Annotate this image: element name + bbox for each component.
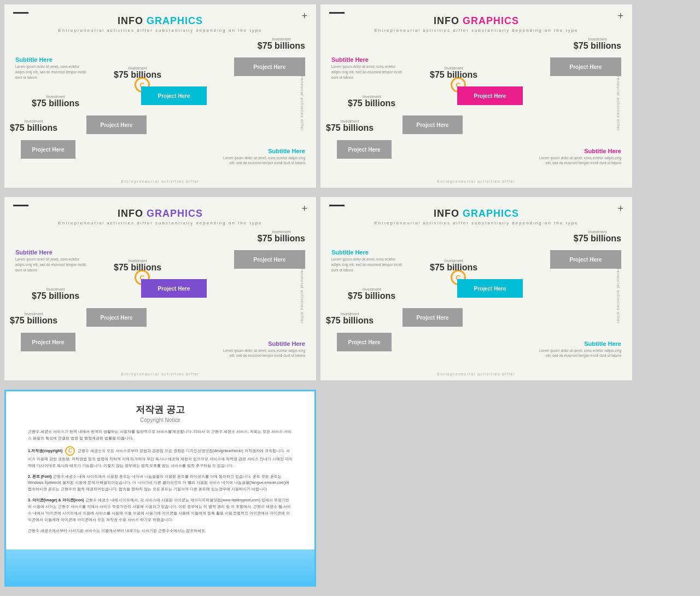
investment-block-4-2: Investment $75 billions <box>430 259 477 273</box>
project-btn-3-1[interactable]: Project Here <box>234 250 305 269</box>
investment-block-2-2: Investment $75 billions <box>430 66 477 80</box>
slide-1: + INFO GRAPHICS Entrepreneurial activiti… <box>4 4 316 188</box>
project-btn-2-1[interactable]: Project Here <box>550 57 621 76</box>
copyright-content: 저작권 공고 Copyright Notice 근현수 세공소 서비스가 한국 … <box>6 391 314 585</box>
investment-label-4: Investment <box>10 119 57 123</box>
project-btn-2[interactable]: Project Here <box>141 86 207 105</box>
subtitle-body-right-2: Lorem ipsum dolor sit amet, cons ectetur… <box>534 155 621 166</box>
copyright-closing: 근현수 세공소에서부터 사서기된 서비스는 이을에서부터 내려가는 사서기된 근… <box>28 528 293 534</box>
subtitle-body-left-3: Lorem ipsum dolor sit amet, cons ectetur… <box>15 257 86 273</box>
subtitle-body-left-2: Lorem ipsum dolor sit amet, cons ectetur… <box>331 64 402 80</box>
slide-title-2: INFO GRAPHICS <box>320 4 632 27</box>
inv-amount-2-4: $75 billions <box>326 123 374 133</box>
investment-label: Investment <box>258 37 305 41</box>
subtitle-heading-left-4: Subtitle Here <box>331 249 402 256</box>
project-btn-1[interactable]: Project Here <box>234 57 305 76</box>
slide-footer-4: Entrepreneurial activities differ <box>320 372 632 376</box>
copyright-c-logo: C <box>65 446 75 456</box>
copyright-section3-title: 3. 아이콘(image) & 아이콘(Icon) <box>28 498 84 502</box>
investment-block-2-1: Investment $75 billions <box>574 37 621 51</box>
project-btn-4-2[interactable]: Project Here <box>457 279 523 298</box>
investment-label-2: Investment <box>114 66 161 70</box>
info-text-2: INFO <box>434 15 463 26</box>
investment-block-3-1: Investment $75 billions <box>258 230 305 244</box>
copyright-section2-title: 2. 폰트 (Font) <box>28 475 52 478</box>
slide-content-3: Subtitle Here Lorem ipsum dolor sit amet… <box>15 227 305 369</box>
copyright-section1: 1.저작권(copyright) C 근현수 세공소의 모든 서비스로부터 문법… <box>28 446 293 469</box>
subtitle-right-1: Subtitle Here Lorem ipsum dolor sit amet… <box>218 148 305 166</box>
subtitle-body-right-3: Lorem ipsum dolor sit amet, cons ectetur… <box>218 348 305 359</box>
info-text: INFO <box>118 15 147 26</box>
subtitle-heading-right-3: Subtitle Here <box>218 340 305 347</box>
slide-2: + INFO GRAPHICS Entrepreneurial activiti… <box>320 4 632 188</box>
inv-label-2-1: Investment <box>574 37 621 41</box>
plus-icon-4: + <box>617 204 623 213</box>
investment-block-4-1: Investment $75 billions <box>574 230 621 244</box>
slide-footer-1: Entrepreneurial activities differ <box>4 180 316 183</box>
subtitle-heading-left: Subtitle Here <box>15 56 86 63</box>
copyright-section2-body: 근현수 세공소 내에 사이트에서 사용된 폰트는 네이버 나눔글꼴의 사용된 폰… <box>28 475 289 491</box>
empty-space <box>320 390 632 587</box>
inv-label-2-3: Investment <box>348 95 395 99</box>
inv-amount-2-3: $75 billions <box>348 99 395 108</box>
copyright-title-kr: 저작권 공고 <box>28 403 293 416</box>
subtitle-right-2: Subtitle Here Lorem ipsum dolor sit amet… <box>534 148 621 166</box>
project-btn-2-2[interactable]: Project Here <box>457 86 523 105</box>
graphics-text-3: GRAPHICS <box>147 208 203 219</box>
slide-title-1: INFO GRAPHICS <box>4 4 316 27</box>
slide-4: + INFO GRAPHICS Entrepreneurial activiti… <box>320 197 632 380</box>
investment-block-4-3: Investment $75 billions <box>348 287 395 301</box>
slide-footer-3: Entrepreneurial activities differ <box>4 372 316 376</box>
slide-content-4: Subtitle Here Lorem ipsum dolor sit amet… <box>331 227 621 369</box>
project-btn-3-3[interactable]: Project Here <box>86 308 147 327</box>
project-btn-3[interactable]: Project Here <box>86 115 147 134</box>
project-btn-3-4[interactable]: Project Here <box>21 333 75 351</box>
project-btn-4-3[interactable]: Project Here <box>402 308 463 327</box>
investment-block-1: Investment $75 billions <box>258 37 305 51</box>
slide-content-1: Subtitle Here Lorem ipsum dolor sit amet… <box>15 34 305 177</box>
investment-label-3: Investment <box>32 95 79 99</box>
investment-block-2-4: Investment $75 billions <box>326 119 374 133</box>
project-btn-3-2[interactable]: Project Here <box>141 279 207 298</box>
copyright-intro: 근현수 세공소 서비스가 한국 내에서 한국의 생활하는 사용자를 일반적으로 … <box>28 429 293 442</box>
project-btn-2-3[interactable]: Project Here <box>402 115 463 134</box>
copyright-section3: 3. 아이콘(image) & 아이콘(Icon) 근현수 세공소 내에 사이트… <box>28 497 293 523</box>
investment-amount: $75 billions <box>258 41 305 51</box>
subtitle-heading-right-4: Subtitle Here <box>534 340 621 347</box>
investment-block-2: Investment $75 billions <box>114 66 161 80</box>
investment-amount-4: $75 billions <box>10 123 57 133</box>
slide-subtitle-line: Entrepreneurial activities differ substa… <box>4 28 316 33</box>
inv-amount-2-1: $75 billions <box>574 41 621 51</box>
plus-icon-3: + <box>301 204 307 213</box>
subtitle-left-4: Subtitle Here Lorem ipsum dolor sit amet… <box>331 249 402 273</box>
copyright-section2: 2. 폰트 (Font) 근현수 세공소 내에 사이트에서 사용된 폰트는 네이… <box>28 473 293 493</box>
copyright-title-en: Copyright Notice <box>28 417 293 423</box>
subtitle-left-2: Subtitle Here Lorem ipsum dolor sit amet… <box>331 56 402 80</box>
subtitle-right-3: Subtitle Here Lorem ipsum dolor sit amet… <box>218 340 305 359</box>
graphics-text-4: GRAPHICS <box>463 208 519 219</box>
copyright-section1-title: 1.저작권(copyright) <box>28 449 62 453</box>
graphics-text-2: GRAPHICS <box>463 15 519 26</box>
investment-block-3-2: Investment $75 billions <box>114 259 161 273</box>
graphics-text: GRAPHICS <box>147 15 203 26</box>
inv-amount-2-2: $75 billions <box>430 70 477 80</box>
slide-subtitle-line-3: Entrepreneurial activities differ substa… <box>4 221 316 225</box>
investment-block-3: Investment $75 billions <box>32 95 79 108</box>
slide-3: + INFO GRAPHICS Entrepreneurial activiti… <box>4 197 316 380</box>
slide-subtitle-line-4: Entrepreneurial activities differ substa… <box>320 221 632 225</box>
inv-label-2-2: Investment <box>430 66 477 70</box>
copyright-panel: 저작권 공고 Copyright Notice 근현수 세공소 서비스가 한국 … <box>4 390 316 587</box>
subtitle-heading-right: Subtitle Here <box>218 148 305 154</box>
plus-icon: + <box>301 11 307 21</box>
project-btn-4-1[interactable]: Project Here <box>550 250 621 269</box>
investment-block-3-4: Investment $75 billions <box>10 312 57 326</box>
info-text-4: INFO <box>434 208 463 219</box>
investment-block-4-4: Investment $75 billions <box>326 312 374 326</box>
project-btn-2-4[interactable]: Project Here <box>337 140 392 159</box>
project-btn-4-4[interactable]: Project Here <box>337 333 392 351</box>
investment-block-2-3: Investment $75 billions <box>348 95 395 108</box>
subtitle-body-right: Lorem ipsum dolor sit amet, cons ectetur… <box>218 155 305 166</box>
subtitle-body-left-4: Lorem ipsum dolor sit amet, cons ectetur… <box>331 257 402 273</box>
inv-label-2-4: Investment <box>326 119 374 123</box>
project-btn-4[interactable]: Project Here <box>21 140 75 159</box>
